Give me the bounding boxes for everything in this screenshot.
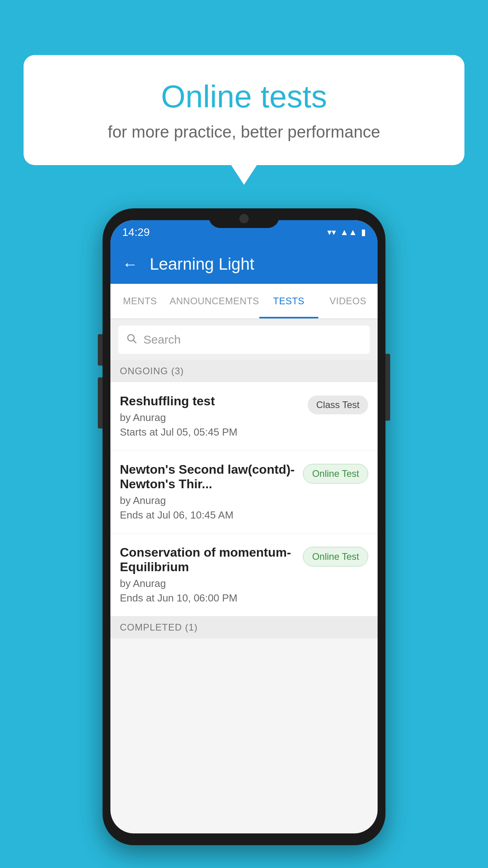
test-content: Reshuffling test by Anurag Starts at Jul…	[120, 394, 301, 438]
test-date: Starts at Jul 05, 05:45 PM	[120, 426, 301, 438]
test-item[interactable]: Newton's Second law(contd)-Newton's Thir…	[110, 451, 378, 533]
test-name: Newton's Second law(contd)-Newton's Thir…	[120, 462, 297, 491]
test-name: Conservation of momentum-Equilibrium	[120, 545, 297, 574]
promo-section: Online tests for more practice, better p…	[24, 55, 464, 165]
test-date: Ends at Jul 06, 10:45 AM	[120, 509, 297, 521]
tab-announcements[interactable]: ANNOUNCEMENTS	[170, 284, 259, 318]
status-time: 14:29	[122, 226, 150, 239]
volume-down-button[interactable]	[98, 377, 103, 428]
test-badge: Class Test	[308, 395, 368, 414]
completed-section-header: COMPLETED (1)	[110, 616, 378, 638]
test-item[interactable]: Conservation of momentum-Equilibrium by …	[110, 533, 378, 616]
phone-outer: 14:29 ▾▾ ▲▲ ▮ ← Learning Light MENTS ANN…	[103, 208, 385, 845]
phone-screen: 14:29 ▾▾ ▲▲ ▮ ← Learning Light MENTS ANN…	[110, 220, 378, 833]
search-bar[interactable]: Search	[118, 326, 370, 354]
status-icons: ▾▾ ▲▲ ▮	[327, 227, 366, 237]
test-author: by Anurag	[120, 577, 297, 590]
test-list: Reshuffling test by Anurag Starts at Jul…	[110, 382, 378, 616]
test-item[interactable]: Reshuffling test by Anurag Starts at Jul…	[110, 382, 378, 451]
power-button[interactable]	[385, 354, 390, 421]
bubble-subtitle: for more practice, better performance	[55, 123, 433, 142]
tab-videos[interactable]: VIDEOS	[318, 284, 378, 318]
app-header: ← Learning Light	[110, 245, 378, 284]
app-title: Learning Light	[150, 255, 254, 274]
test-content: Conservation of momentum-Equilibrium by …	[120, 545, 297, 604]
tab-tests[interactable]: TESTS	[259, 284, 319, 318]
svg-point-0	[128, 335, 134, 341]
tab-bar: MENTS ANNOUNCEMENTS TESTS VIDEOS	[110, 284, 378, 319]
search-icon	[126, 333, 137, 347]
test-name: Reshuffling test	[120, 394, 301, 408]
tab-ments[interactable]: MENTS	[110, 284, 170, 318]
back-button[interactable]: ←	[122, 256, 138, 273]
signal-icon: ▲▲	[340, 227, 357, 237]
phone-frame: 14:29 ▾▾ ▲▲ ▮ ← Learning Light MENTS ANN…	[103, 208, 385, 845]
test-badge: Online Test	[303, 547, 368, 566]
test-author: by Anurag	[120, 495, 297, 507]
ongoing-section-header: ONGOING (3)	[110, 360, 378, 382]
volume-up-button[interactable]	[98, 334, 103, 366]
phone-camera	[239, 214, 249, 223]
phone-notch	[209, 208, 279, 228]
test-badge: Online Test	[303, 464, 368, 484]
speech-bubble: Online tests for more practice, better p…	[24, 55, 464, 165]
search-container: Search	[110, 319, 378, 360]
battery-icon: ▮	[361, 227, 366, 237]
search-placeholder: Search	[143, 333, 181, 346]
svg-line-1	[134, 340, 136, 343]
bubble-title: Online tests	[55, 79, 433, 115]
test-author: by Anurag	[120, 412, 301, 424]
wifi-icon: ▾▾	[327, 227, 336, 237]
test-content: Newton's Second law(contd)-Newton's Thir…	[120, 462, 297, 521]
test-date: Ends at Jun 10, 06:00 PM	[120, 592, 297, 604]
